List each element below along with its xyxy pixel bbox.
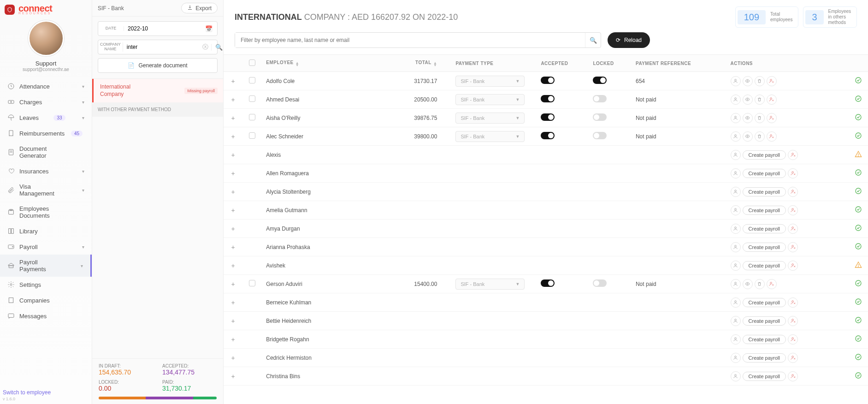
nav-insurances[interactable]: Insurances ▾ [0, 163, 92, 179]
user-icon-button[interactable] [731, 334, 741, 345]
locked-toggle[interactable] [593, 77, 607, 84]
view-icon-button[interactable] [743, 113, 753, 123]
expand-icon[interactable]: + [231, 188, 235, 196]
switch-to-employee-link[interactable]: Switch to employee [0, 385, 92, 397]
remove-user-icon-button[interactable] [767, 279, 777, 289]
view-icon-button[interactable] [743, 131, 753, 142]
nav-payroll[interactable]: Payroll ▾ [0, 239, 92, 255]
remove-user-icon-button[interactable] [788, 371, 798, 381]
row-checkbox[interactable] [249, 95, 255, 102]
locked-toggle[interactable] [593, 279, 607, 287]
row-checkbox[interactable] [249, 280, 255, 286]
calendar-icon[interactable]: 📅 [201, 25, 217, 32]
remove-user-icon-button[interactable] [788, 297, 798, 308]
expand-icon[interactable]: + [231, 96, 235, 103]
row-checkbox[interactable] [249, 132, 255, 139]
user-icon-button[interactable] [731, 279, 741, 289]
company-card[interactable]: InternationalCompany Missing payroll [92, 79, 223, 102]
nav-companies[interactable]: Companies [0, 292, 92, 308]
user-icon-button[interactable] [731, 205, 741, 215]
expand-icon[interactable]: + [231, 244, 235, 251]
nav-leaves[interactable]: Leaves 33 ▾ [0, 110, 92, 125]
checkbox-all[interactable] [249, 59, 255, 66]
search-input[interactable] [235, 33, 585, 48]
expand-icon[interactable]: + [231, 262, 235, 269]
remove-user-icon-button[interactable] [767, 76, 777, 86]
create-payroll-button[interactable]: Create payroll [743, 169, 786, 178]
create-payroll-button[interactable]: Create payroll [743, 353, 786, 362]
user-icon-button[interactable] [731, 353, 741, 363]
expand-icon[interactable]: + [231, 225, 235, 232]
expand-icon[interactable]: + [231, 151, 235, 159]
remove-user-icon-button[interactable] [767, 131, 777, 142]
expand-icon[interactable]: + [231, 77, 235, 85]
remove-user-icon-button[interactable] [767, 113, 777, 123]
create-payroll-button[interactable]: Create payroll [743, 150, 786, 160]
remove-user-icon-button[interactable] [788, 187, 798, 197]
payment-type-select[interactable]: SIF - Bank▼ [455, 113, 525, 124]
col-total[interactable]: TOTAL▲▼ [394, 55, 451, 72]
expand-icon[interactable]: + [231, 280, 235, 288]
create-payroll-button[interactable]: Create payroll [743, 243, 786, 252]
search-button[interactable]: 🔍 [585, 33, 601, 48]
user-profile[interactable]: Support support@connecthr.ae [0, 18, 92, 75]
remove-user-icon-button[interactable] [788, 242, 798, 252]
nav-charges[interactable]: Charges ▾ [0, 94, 92, 110]
delete-icon-button[interactable] [755, 76, 765, 86]
reload-button[interactable]: ⟳ Reload [608, 32, 650, 48]
nav-document-generator[interactable]: DocumentGenerator [0, 141, 92, 163]
expand-icon[interactable]: + [231, 133, 235, 140]
user-icon-button[interactable] [731, 316, 741, 326]
remove-user-icon-button[interactable] [788, 334, 798, 345]
nav-settings[interactable]: Settings [0, 277, 92, 292]
delete-icon-button[interactable] [755, 131, 765, 142]
nav-attendance[interactable]: Attendance ▾ [0, 78, 92, 94]
delete-icon-button[interactable] [755, 95, 765, 105]
user-icon-button[interactable] [731, 224, 741, 234]
expand-icon[interactable]: + [231, 207, 235, 214]
row-checkbox[interactable] [249, 114, 255, 120]
view-icon-button[interactable] [743, 76, 753, 86]
expand-icon[interactable]: + [231, 336, 235, 343]
remove-user-icon-button[interactable] [788, 261, 798, 271]
user-icon-button[interactable] [731, 168, 741, 178]
expand-icon[interactable]: + [231, 317, 235, 325]
row-checkbox[interactable] [249, 77, 255, 83]
user-icon-button[interactable] [731, 371, 741, 381]
col-check[interactable] [242, 55, 261, 72]
create-payroll-button[interactable]: Create payroll [743, 372, 786, 381]
payment-type-select[interactable]: SIF - Bank▼ [455, 94, 525, 105]
nav-reimbursements[interactable]: Reimbursements 45 [0, 125, 92, 141]
expand-icon[interactable]: + [231, 354, 235, 362]
remove-user-icon-button[interactable] [788, 224, 798, 234]
create-payroll-button[interactable]: Create payroll [743, 224, 786, 233]
sort-icon[interactable]: ▲▼ [433, 62, 437, 67]
create-payroll-button[interactable]: Create payroll [743, 316, 786, 326]
delete-icon-button[interactable] [755, 113, 765, 123]
nav-library[interactable]: Library [0, 223, 92, 239]
company-field[interactable] [123, 44, 200, 50]
col-employee[interactable]: EMPLOYEE▲▼ [261, 55, 394, 72]
export-button[interactable]: Export [181, 3, 218, 13]
remove-user-icon-button[interactable] [788, 150, 798, 160]
user-icon-button[interactable] [731, 131, 741, 142]
nav-payroll-payments[interactable]: PayrollPayments ▾ [0, 255, 92, 277]
accepted-toggle[interactable] [541, 77, 555, 84]
nav-visa-management[interactable]: VisaManagement ▾ [0, 179, 92, 201]
expand-icon[interactable]: + [231, 114, 235, 122]
locked-toggle[interactable] [593, 95, 607, 102]
user-icon-button[interactable] [731, 261, 741, 271]
clear-icon[interactable]: ⓧ [200, 43, 211, 51]
payment-type-select[interactable]: SIF - Bank▼ [455, 76, 525, 87]
user-icon-button[interactable] [731, 76, 741, 86]
user-icon-button[interactable] [731, 242, 741, 252]
view-icon-button[interactable] [743, 95, 753, 105]
locked-toggle[interactable] [593, 132, 607, 139]
expand-icon[interactable]: + [231, 299, 235, 306]
create-payroll-button[interactable]: Create payroll [743, 187, 786, 196]
user-icon-button[interactable] [731, 297, 741, 308]
payment-type-select[interactable]: SIF - Bank▼ [455, 279, 525, 290]
expand-icon[interactable]: + [231, 373, 235, 380]
create-payroll-button[interactable]: Create payroll [743, 206, 786, 215]
date-field[interactable] [124, 25, 201, 32]
